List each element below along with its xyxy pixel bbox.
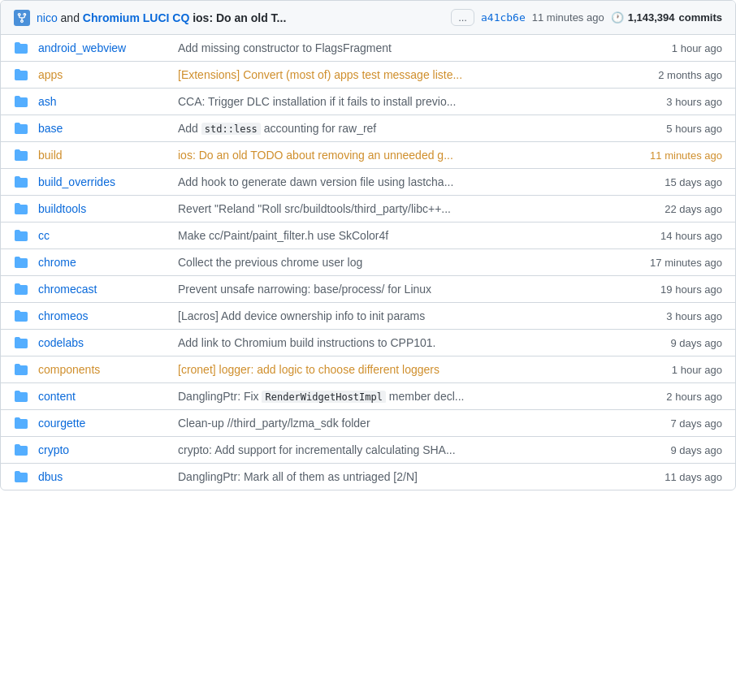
commits-label: commits — [679, 11, 722, 24]
author-name[interactable]: nico — [37, 11, 58, 24]
commit-time: 2 hours ago — [633, 391, 722, 403]
coauthor-name[interactable]: Chromium LUCI CQ — [83, 11, 189, 24]
folder-icon — [14, 122, 28, 135]
commit-time: 3 hours ago — [633, 310, 722, 322]
commit-time: 1 hour ago — [633, 364, 722, 376]
table-row: ashCCA: Trigger DLC installation if it f… — [1, 89, 735, 115]
commit-info: nico and Chromium LUCI CQ ios: Do an old… — [37, 11, 444, 24]
commit-message[interactable]: Add link to Chromium build instructions … — [178, 336, 623, 349]
merge-icon — [14, 10, 30, 26]
commit-message[interactable]: Collect the previous chrome user log — [178, 256, 623, 269]
table-row: components[cronet] logger: add logic to … — [1, 356, 735, 383]
commit-message[interactable]: Clean-up //third_party/lzma_sdk folder — [178, 417, 623, 430]
commit-message[interactable]: Revert "Reland "Roll src/buildtools/thir… — [178, 202, 623, 215]
commit-hash[interactable]: a41cb6e — [481, 11, 526, 24]
file-name[interactable]: content — [38, 390, 168, 403]
file-name[interactable]: build_overrides — [38, 175, 168, 188]
commit-separator: and — [61, 11, 83, 24]
folder-icon — [14, 229, 28, 242]
file-name[interactable]: dbus — [38, 470, 168, 483]
folder-icon — [14, 41, 28, 54]
commit-time: 1 hour ago — [633, 42, 722, 54]
commit-message[interactable]: Add hook to generate dawn version file u… — [178, 175, 623, 188]
file-name[interactable]: buildtools — [38, 202, 168, 215]
commit-message[interactable]: Add missing constructor to FlagsFragment — [178, 41, 623, 54]
commits-count-section: 🕐 1,143,394 commits — [611, 11, 722, 24]
commit-message[interactable]: [cronet] logger: add logic to choose dif… — [178, 363, 623, 376]
commit-message[interactable]: DanglingPtr: Mark all of them as untriag… — [178, 470, 623, 483]
folder-icon — [14, 363, 28, 376]
commit-time: 14 hours ago — [633, 230, 722, 242]
file-name[interactable]: apps — [38, 68, 168, 81]
folder-icon — [14, 283, 28, 296]
folder-icon — [14, 175, 28, 188]
folder-icon — [14, 417, 28, 430]
file-name[interactable]: cc — [38, 229, 168, 242]
folder-icon — [14, 68, 28, 81]
commit-time: 11 minutes ago — [633, 149, 722, 162]
file-name[interactable]: android_webview — [38, 41, 168, 54]
commit-time: 3 hours ago — [633, 96, 722, 108]
file-name[interactable]: crypto — [38, 443, 168, 456]
table-row: contentDanglingPtr: Fix RenderWidgetHost… — [1, 383, 735, 410]
commit-message-text[interactable]: ios: Do an old T... — [193, 11, 286, 24]
commit-message[interactable]: [Extensions] Convert (most of) apps test… — [178, 68, 623, 81]
folder-icon — [14, 95, 28, 108]
ellipsis-button[interactable]: ... — [451, 9, 474, 26]
table-row: chromeCollect the previous chrome user l… — [1, 249, 735, 276]
commit-message[interactable]: Prevent unsafe narrowing: base/process/ … — [178, 283, 623, 296]
commit-time: 9 days ago — [633, 444, 722, 456]
table-row: codelabsAdd link to Chromium build instr… — [1, 330, 735, 356]
commit-time: 5 hours ago — [633, 123, 722, 135]
file-list: android_webviewAdd missing constructor t… — [1, 35, 735, 490]
folder-icon — [14, 336, 28, 349]
table-row: ccMake cc/Paint/paint_filter.h use SkCol… — [1, 223, 735, 249]
table-row: cryptocrypto: Add support for incrementa… — [1, 437, 735, 464]
table-row: buildtoolsRevert "Reland "Roll src/build… — [1, 196, 735, 223]
commit-header: nico and Chromium LUCI CQ ios: Do an old… — [1, 1, 735, 35]
commit-time: 11 minutes ago — [532, 11, 604, 24]
commit-message[interactable]: [Lacros] Add device ownership info to in… — [178, 309, 623, 322]
folder-icon — [14, 256, 28, 269]
file-name[interactable]: components — [38, 363, 168, 376]
table-row: android_webviewAdd missing constructor t… — [1, 35, 735, 62]
commit-message[interactable]: DanglingPtr: Fix RenderWidgetHostImpl me… — [178, 390, 623, 403]
folder-icon — [14, 309, 28, 322]
file-name[interactable]: ash — [38, 95, 168, 108]
folder-icon — [14, 443, 28, 456]
file-name[interactable]: courgette — [38, 417, 168, 430]
commit-message[interactable]: Make cc/Paint/paint_filter.h use SkColor… — [178, 229, 623, 242]
commit-time: 17 minutes ago — [633, 257, 722, 269]
folder-icon — [14, 149, 28, 162]
file-name[interactable]: codelabs — [38, 336, 168, 349]
file-name[interactable]: chromeos — [38, 309, 168, 322]
commit-message[interactable]: crypto: Add support for incrementally ca… — [178, 443, 623, 456]
commit-message[interactable]: CCA: Trigger DLC installation if it fail… — [178, 95, 623, 108]
commit-time: 15 days ago — [633, 176, 722, 188]
commit-message[interactable]: Add std::less accounting for raw_ref — [178, 122, 623, 135]
file-name[interactable]: chrome — [38, 256, 168, 269]
table-row: baseAdd std::less accounting for raw_ref… — [1, 115, 735, 142]
table-row: apps[Extensions] Convert (most of) apps … — [1, 62, 735, 89]
file-name[interactable]: build — [38, 149, 168, 162]
table-row: chromeos[Lacros] Add device ownership in… — [1, 303, 735, 330]
commit-time: 11 days ago — [633, 471, 722, 483]
commit-message[interactable]: ios: Do an old TODO about removing an un… — [178, 149, 623, 162]
repository-table: nico and Chromium LUCI CQ ios: Do an old… — [0, 0, 736, 490]
commit-time: 7 days ago — [633, 417, 722, 430]
commits-count: 1,143,394 — [628, 11, 675, 24]
commit-time: 9 days ago — [633, 337, 722, 349]
table-row: chromecastPrevent unsafe narrowing: base… — [1, 276, 735, 303]
file-name[interactable]: chromecast — [38, 283, 168, 296]
file-name[interactable]: base — [38, 122, 168, 135]
commit-time: 22 days ago — [633, 203, 722, 215]
table-row: courgetteClean-up //third_party/lzma_sdk… — [1, 410, 735, 437]
folder-icon — [14, 202, 28, 215]
folder-icon — [14, 390, 28, 403]
table-row: build_overridesAdd hook to generate dawn… — [1, 169, 735, 196]
folder-icon — [14, 470, 28, 483]
table-row: dbusDanglingPtr: Mark all of them as unt… — [1, 464, 735, 490]
clock-icon: 🕐 — [611, 11, 624, 24]
commit-time: 2 months ago — [633, 69, 722, 81]
commit-time: 19 hours ago — [633, 283, 722, 296]
